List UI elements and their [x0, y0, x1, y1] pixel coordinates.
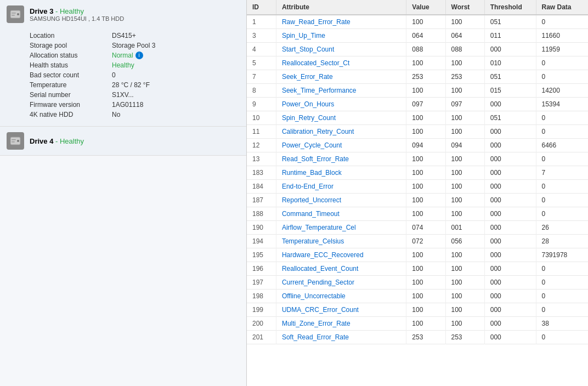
cell-threshold: 000	[484, 331, 536, 344]
cell-attribute[interactable]: Start_Stop_Count	[276, 43, 406, 56]
cell-id: 197	[247, 276, 276, 290]
cell-attribute[interactable]: Raw_Read_Error_Rate	[276, 15, 406, 29]
table-row: 5 Reallocated_Sector_Ct 100 100 010 0	[247, 56, 588, 70]
cell-id: 5	[247, 56, 276, 70]
cell-worst: 001	[445, 221, 484, 235]
cell-id: 9	[247, 98, 276, 111]
cell-attribute[interactable]: Seek_Error_Rate	[276, 70, 406, 84]
cell-value: 100	[406, 15, 445, 29]
cell-attribute[interactable]: UDMA_CRC_Error_Count	[276, 303, 406, 317]
cell-value: 088	[406, 43, 445, 56]
temperature-value: 28 °C / 82 °F	[112, 81, 150, 89]
cell-worst: 064	[445, 29, 484, 43]
table-row: 9 Power_On_Hours 097 097 000 15394	[247, 98, 588, 111]
cell-attribute[interactable]: Runtime_Bad_Block	[276, 166, 406, 180]
cell-worst: 253	[445, 331, 484, 344]
cell-worst: 100	[445, 248, 484, 262]
cell-attribute[interactable]: Read_Soft_Error_Rate	[276, 152, 406, 166]
cell-attribute[interactable]: Soft_Read_Error_Rate	[276, 331, 406, 344]
storage-pool-value: Storage Pool 3	[112, 42, 155, 49]
cell-rawdata: 26	[536, 221, 588, 235]
cell-attribute[interactable]: Reported_Uncorrect	[276, 194, 406, 207]
cell-worst: 056	[445, 235, 484, 248]
cell-threshold: 000	[484, 235, 536, 248]
cell-threshold: 000	[484, 290, 536, 303]
cell-threshold: 051	[484, 70, 536, 84]
cell-rawdata: 0	[536, 125, 588, 139]
col-header-worst: Worst	[445, 0, 484, 15]
table-row: 201 Soft_Read_Error_Rate 253 253 000 0	[247, 331, 588, 344]
col-header-attribute: Attribute	[276, 0, 406, 15]
cell-id: 8	[247, 84, 276, 98]
cell-attribute[interactable]: Reallocated_Sector_Ct	[276, 56, 406, 70]
info-icon[interactable]: i	[135, 52, 143, 59]
cell-attribute[interactable]: Spin_Retry_Count	[276, 111, 406, 125]
cell-rawdata: 28	[536, 235, 588, 248]
cell-worst: 100	[445, 166, 484, 180]
cell-attribute[interactable]: Current_Pending_Sector	[276, 276, 406, 290]
smart-table: ID Attribute Value Worst Threshold Raw D…	[247, 0, 588, 344]
cell-rawdata: 0	[536, 290, 588, 303]
health-status-value: Healthy	[112, 61, 134, 69]
cell-rawdata: 0	[536, 262, 588, 276]
cell-value: 100	[406, 152, 445, 166]
cell-id: 199	[247, 303, 276, 317]
cell-attribute[interactable]: Multi_Zone_Error_Rate	[276, 317, 406, 331]
cell-threshold: 000	[484, 125, 536, 139]
cell-rawdata: 0	[536, 56, 588, 70]
cell-threshold: 000	[484, 207, 536, 221]
cell-attribute[interactable]: Power_Cycle_Count	[276, 139, 406, 152]
cell-rawdata: 0	[536, 15, 588, 29]
cell-rawdata: 0	[536, 111, 588, 125]
table-row: 196 Reallocated_Event_Count 100 100 000 …	[247, 262, 588, 276]
cell-id: 187	[247, 194, 276, 207]
cell-value: 100	[406, 248, 445, 262]
table-row: 1 Raw_Read_Error_Rate 100 100 051 0	[247, 15, 588, 29]
cell-threshold: 011	[484, 29, 536, 43]
table-row: 195 Hardware_ECC_Recovered 100 100 000 7…	[247, 248, 588, 262]
native-hdd-row: 4K native HDD No	[30, 110, 240, 120]
cell-threshold: 000	[484, 276, 536, 290]
cell-value: 100	[406, 194, 445, 207]
drive3-header[interactable]: Drive 3 - Healthy SAMSUNG HD154UI , 1.4 …	[0, 0, 246, 26]
table-row: 198 Offline_Uncorrectable 100 100 000 0	[247, 290, 588, 303]
cell-attribute[interactable]: End-to-End_Error	[276, 180, 406, 194]
cell-rawdata: 38	[536, 317, 588, 331]
cell-worst: 088	[445, 43, 484, 56]
cell-worst: 100	[445, 56, 484, 70]
svg-rect-3	[12, 15, 15, 16]
right-panel: ID Attribute Value Worst Threshold Raw D…	[247, 0, 588, 386]
cell-attribute[interactable]: Power_On_Hours	[276, 98, 406, 111]
cell-attribute[interactable]: Temperature_Celsius	[276, 235, 406, 248]
cell-worst: 094	[445, 139, 484, 152]
svg-rect-7	[12, 141, 15, 143]
table-row: 188 Command_Timeout 100 100 000 0	[247, 207, 588, 221]
cell-attribute[interactable]: Command_Timeout	[276, 207, 406, 221]
cell-threshold: 000	[484, 248, 536, 262]
table-row: 187 Reported_Uncorrect 100 100 000 0	[247, 194, 588, 207]
cell-worst: 100	[445, 180, 484, 194]
cell-threshold: 000	[484, 139, 536, 152]
cell-attribute[interactable]: Hardware_ECC_Recovered	[276, 248, 406, 262]
cell-value: 100	[406, 111, 445, 125]
col-header-threshold: Threshold	[484, 0, 536, 15]
drive3-name: Drive 3 - Healthy	[30, 7, 124, 15]
cell-rawdata: 6466	[536, 139, 588, 152]
drive3-icon	[7, 5, 24, 23]
cell-worst: 100	[445, 290, 484, 303]
cell-attribute[interactable]: Reallocated_Event_Count	[276, 262, 406, 276]
cell-attribute[interactable]: Airflow_Temperature_Cel	[276, 221, 406, 235]
table-row: 197 Current_Pending_Sector 100 100 000 0	[247, 276, 588, 290]
cell-attribute[interactable]: Calibration_Retry_Count	[276, 125, 406, 139]
cell-attribute[interactable]: Spin_Up_Time	[276, 29, 406, 43]
drive4-header[interactable]: Drive 4 - Healthy	[0, 127, 246, 155]
table-row: 194 Temperature_Celsius 072 056 000 28	[247, 235, 588, 248]
table-row: 183 Runtime_Bad_Block 100 100 000 7	[247, 166, 588, 180]
cell-rawdata: 14200	[536, 84, 588, 98]
cell-attribute[interactable]: Seek_Time_Performance	[276, 84, 406, 98]
table-row: 11 Calibration_Retry_Count 100 100 000 0	[247, 125, 588, 139]
cell-attribute[interactable]: Offline_Uncorrectable	[276, 290, 406, 303]
cell-id: 194	[247, 235, 276, 248]
drive3-title-block: Drive 3 - Healthy SAMSUNG HD154UI , 1.4 …	[30, 7, 124, 22]
cell-worst: 100	[445, 194, 484, 207]
